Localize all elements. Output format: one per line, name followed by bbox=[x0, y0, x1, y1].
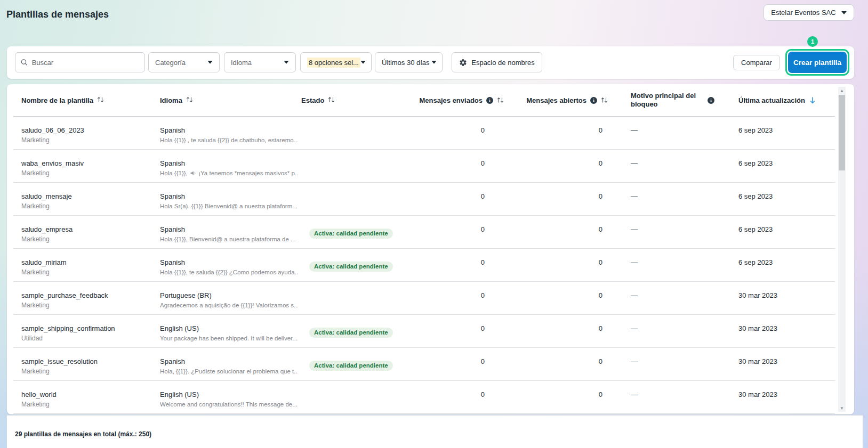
scrollbar-thumb[interactable] bbox=[839, 95, 845, 170]
template-preview: Hola, {{1}}. ¿Pudiste solucionar el prob… bbox=[160, 368, 298, 375]
scrollbar[interactable]: ▲ ▼ bbox=[838, 87, 846, 412]
table-row[interactable]: sample_issue_resolution Marketing Spanis… bbox=[13, 348, 835, 381]
templates-count: 29 plantillas de mensajes en total (máx.… bbox=[15, 430, 151, 438]
template-category: Marketing bbox=[21, 368, 160, 375]
template-language: Spanish bbox=[160, 225, 298, 233]
sort-icon[interactable] bbox=[497, 97, 504, 103]
sort-icon[interactable] bbox=[328, 96, 335, 103]
template-preview: Agradecemos a aquisição de {{1}}! Valori… bbox=[160, 302, 298, 309]
table-row[interactable]: saludo_miriam Marketing Spanish Hola {{1… bbox=[13, 249, 835, 282]
table-row[interactable]: waba_envios_masiv Marketing Spanish Hola… bbox=[13, 150, 835, 183]
last-updated: 6 sep 2023 bbox=[716, 150, 835, 182]
messages-opened: 0 bbox=[504, 348, 608, 380]
search-input[interactable] bbox=[32, 59, 139, 67]
block-reason: — bbox=[608, 381, 716, 413]
sort-desc-icon[interactable] bbox=[809, 96, 816, 104]
table-body: saludo_06_06_2023 Marketing Spanish Hola… bbox=[13, 117, 835, 414]
info-icon[interactable]: i bbox=[486, 97, 493, 104]
column-header-idioma[interactable]: Idioma bbox=[160, 96, 301, 104]
template-preview: Hola Sr(a). {{1}} Bienvenid@ a nuestra p… bbox=[160, 202, 298, 210]
megaphone-icon bbox=[190, 170, 196, 176]
template-name: saludo_miriam bbox=[21, 258, 160, 266]
step-1-badge: 1 bbox=[807, 36, 818, 47]
page-title: Plantillas de mensajes bbox=[6, 9, 109, 20]
chevron-down-icon bbox=[284, 61, 289, 63]
column-header-actualizacion[interactable]: Última actualización bbox=[716, 96, 835, 104]
template-name: saludo_06_06_2023 bbox=[21, 126, 160, 134]
messages-opened: 0 bbox=[504, 249, 608, 281]
table-row[interactable]: sample_purchase_feedback Marketing Portu… bbox=[13, 282, 835, 315]
account-selector[interactable]: Estelar Eventos SAC bbox=[763, 4, 854, 21]
filter-idioma[interactable]: Idioma bbox=[224, 52, 296, 72]
block-reason: — bbox=[608, 249, 716, 281]
block-reason: — bbox=[608, 216, 716, 248]
scrollbar-down-arrow[interactable]: ▼ bbox=[838, 404, 846, 412]
template-preview: Welcome and congratulations!! This messa… bbox=[160, 401, 298, 408]
template-preview: Hola {{1}} , te saluda {{2}} de chatbuho… bbox=[160, 136, 298, 144]
account-selector-label: Estelar Eventos SAC bbox=[771, 9, 835, 17]
template-preview: Hola {{1}}, Bienvenid@ a nuestra platafo… bbox=[160, 235, 298, 243]
template-category: Marketing bbox=[21, 401, 160, 408]
template-language: Spanish bbox=[160, 258, 298, 266]
template-language: Portuguese (BR) bbox=[160, 291, 298, 299]
messages-sent: 0 bbox=[401, 117, 504, 149]
sort-icon[interactable] bbox=[97, 96, 104, 103]
block-reason: — bbox=[608, 348, 716, 380]
namespace-button[interactable]: Espacio de nombres bbox=[452, 52, 542, 72]
template-category: Marketing bbox=[21, 302, 160, 309]
chevron-down-icon bbox=[361, 61, 366, 63]
last-updated: 30 mar 2023 bbox=[716, 282, 835, 314]
template-language: Spanish bbox=[160, 159, 298, 167]
messages-opened: 0 bbox=[504, 381, 608, 413]
status-badge: Activa: calidad pendiente bbox=[309, 361, 393, 371]
messages-sent: 0 bbox=[401, 216, 504, 248]
template-category: Marketing bbox=[21, 202, 160, 210]
sort-icon[interactable] bbox=[186, 96, 193, 103]
column-header-nombre[interactable]: Nombre de la plantilla bbox=[13, 96, 160, 104]
table-row[interactable]: saludo_06_06_2023 Marketing Spanish Hola… bbox=[13, 117, 835, 150]
info-icon[interactable]: i bbox=[590, 97, 597, 104]
compare-button[interactable]: Comparar bbox=[733, 55, 780, 70]
column-header-enviados[interactable]: Mensajes enviadosi bbox=[401, 96, 504, 104]
last-updated: 30 mar 2023 bbox=[716, 348, 835, 380]
template-language: Spanish bbox=[160, 357, 298, 365]
last-updated: 30 mar 2023 bbox=[716, 381, 835, 413]
last-updated: 6 sep 2023 bbox=[716, 216, 835, 248]
search-box bbox=[15, 52, 145, 72]
block-reason: — bbox=[608, 117, 716, 149]
filter-estado[interactable]: 8 opciones sel... bbox=[300, 52, 372, 72]
sort-icon[interactable] bbox=[601, 97, 608, 103]
chevron-down-icon bbox=[432, 61, 437, 63]
footer: 29 plantillas de mensajes en total (máx.… bbox=[7, 415, 863, 448]
template-name: saludo_mensaje bbox=[21, 192, 160, 200]
create-template-button[interactable]: Crear plantilla bbox=[788, 52, 847, 73]
column-header-motivo[interactable]: Motivo principal del bloqueoi bbox=[608, 92, 716, 109]
messages-sent: 0 bbox=[401, 183, 504, 215]
template-category: Utilidad bbox=[21, 335, 160, 342]
block-reason: — bbox=[608, 315, 716, 347]
filter-fecha[interactable]: Últimos 30 días bbox=[375, 52, 443, 72]
scrollbar-up-arrow[interactable]: ▲ bbox=[838, 87, 846, 94]
template-name: sample_shipping_confirmation bbox=[21, 324, 160, 332]
create-button-highlight-ring: Crear plantilla bbox=[785, 49, 849, 76]
messages-opened: 0 bbox=[504, 150, 608, 182]
info-icon[interactable]: i bbox=[708, 97, 714, 104]
template-name: hello_world bbox=[21, 390, 160, 398]
block-reason: — bbox=[608, 282, 716, 314]
column-header-abiertos[interactable]: Mensajes abiertosi bbox=[504, 96, 608, 104]
template-name: waba_envios_masiv bbox=[21, 159, 160, 167]
template-language: English (US) bbox=[160, 324, 298, 332]
last-updated: 6 sep 2023 bbox=[716, 249, 835, 281]
templates-table: Nombre de la plantilla Idioma Estado Men… bbox=[7, 84, 854, 414]
column-header-estado[interactable]: Estado bbox=[301, 96, 401, 104]
template-preview: Hola {{1}}, ¡Ya tenemos *mensajes masivo… bbox=[160, 169, 298, 177]
messages-sent: 0 bbox=[401, 249, 504, 281]
template-preview: Hola {{1}}, te saluda {{2}} ¿Como podemo… bbox=[160, 268, 298, 276]
table-row[interactable]: saludo_empresa Marketing Spanish Hola {{… bbox=[13, 216, 835, 249]
messages-opened: 0 bbox=[504, 282, 608, 314]
status-badge: Activa: calidad pendiente bbox=[309, 229, 393, 239]
filter-categoria[interactable]: Categoría bbox=[148, 52, 220, 72]
table-row[interactable]: hello_world Marketing English (US) Welco… bbox=[13, 381, 835, 414]
table-row[interactable]: sample_shipping_confirmation Utilidad En… bbox=[13, 315, 835, 348]
table-row[interactable]: saludo_mensaje Marketing Spanish Hola Sr… bbox=[13, 183, 835, 216]
